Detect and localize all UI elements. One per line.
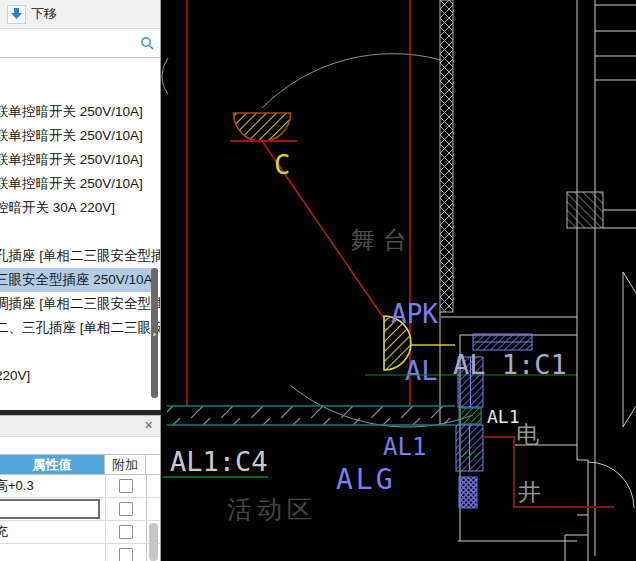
search-input[interactable]	[2, 31, 138, 55]
wall-pier-hatched	[567, 192, 603, 228]
property-value[interactable]: 充	[0, 523, 105, 541]
move-down-label: 下移	[31, 5, 57, 23]
label-al1c1: AL 1:C1	[453, 349, 567, 380]
panel-box-green[interactable]	[459, 408, 481, 424]
label-jing: 井	[518, 479, 541, 505]
property-value[interactable]: 高+0.3	[0, 477, 105, 495]
component-list-panel: 下移 联单控暗开关 250V/10A] 联单控暗开关 250V/10A] 联单控…	[0, 0, 161, 410]
label-al1-small: AL1	[487, 406, 520, 427]
move-down-button[interactable]: 下移	[3, 4, 61, 25]
list-toolbar: 下移	[0, 0, 160, 29]
property-row	[0, 498, 160, 521]
property-row	[0, 544, 160, 561]
list-item[interactable]: 控暗开关 30A 220V]	[0, 196, 152, 220]
cad-application-window: 下移 联单控暗开关 250V/10A] 联单控暗开关 250V/10A] 联单控…	[0, 0, 636, 561]
label-apk: APK	[391, 299, 438, 329]
properties-panel: × 属性值 附加 高+0.3 充	[0, 415, 161, 561]
list-item[interactable]: 孔插座 [单相二三眼安全型插座	[0, 244, 152, 268]
floor-band-hatch	[167, 406, 455, 425]
search-bar	[0, 29, 160, 58]
list-item-selected[interactable]: 三眼安全型插座 250V/10A]	[0, 268, 152, 292]
list-scrollbar-thumb[interactable]	[151, 268, 158, 398]
label-alg: ALG	[336, 463, 396, 496]
down-arrow-icon	[7, 5, 26, 24]
panel-block-lower[interactable]	[459, 477, 477, 508]
attach-checkbox[interactable]	[119, 479, 133, 493]
list-item[interactable]: 220V]	[0, 364, 152, 388]
label-al1-mid: AL1	[383, 433, 426, 461]
label-dian: 电	[516, 421, 539, 447]
list-item[interactable]: 联单控暗开关 250V/10A]	[0, 100, 152, 124]
list-item[interactable]: 联单控暗开关 250V/10A]	[0, 148, 152, 172]
attach-header: 附加	[104, 455, 146, 474]
list-item[interactable]	[0, 340, 152, 364]
attach-checkbox[interactable]	[119, 548, 133, 561]
panel-green-strip	[460, 452, 479, 457]
properties-header-row: 属性值 附加	[0, 454, 160, 475]
properties-scrollbar-thumb[interactable]	[149, 523, 158, 561]
wall-column-hatched	[440, 0, 453, 312]
label-stage: 舞台	[351, 226, 415, 254]
label-al: AL	[405, 355, 438, 386]
property-value-input[interactable]	[0, 499, 100, 519]
attach-checkbox[interactable]	[119, 525, 133, 539]
list-item[interactable]: 联单控暗开关 250V/10A]	[0, 124, 152, 148]
property-row: 充	[0, 521, 160, 544]
list-item[interactable]: 调插座 [单相二三眼安全型插座	[0, 292, 152, 316]
label-activity-area: 活动区	[227, 495, 317, 524]
attach-checkbox[interactable]	[119, 502, 133, 516]
cad-drawing-canvas[interactable]: C 舞台 APK AL	[161, 0, 636, 561]
search-icon[interactable]	[140, 36, 154, 50]
property-value-header: 属性值	[0, 455, 104, 474]
list-item[interactable]: 联单控暗开关 250V/10A]	[0, 172, 152, 196]
properties-titlebar: ×	[0, 416, 160, 437]
property-row: 高+0.3	[0, 475, 160, 498]
list-item[interactable]: 二、三孔插座 [单相二三眼安全	[0, 316, 152, 340]
label-al1c4: AL1:C4	[170, 446, 268, 477]
close-icon[interactable]: ×	[141, 418, 156, 433]
list-item[interactable]	[0, 220, 152, 244]
component-list: 联单控暗开关 250V/10A] 联单控暗开关 250V/10A] 联单控暗开关…	[0, 57, 160, 410]
label-c: C	[274, 149, 290, 180]
